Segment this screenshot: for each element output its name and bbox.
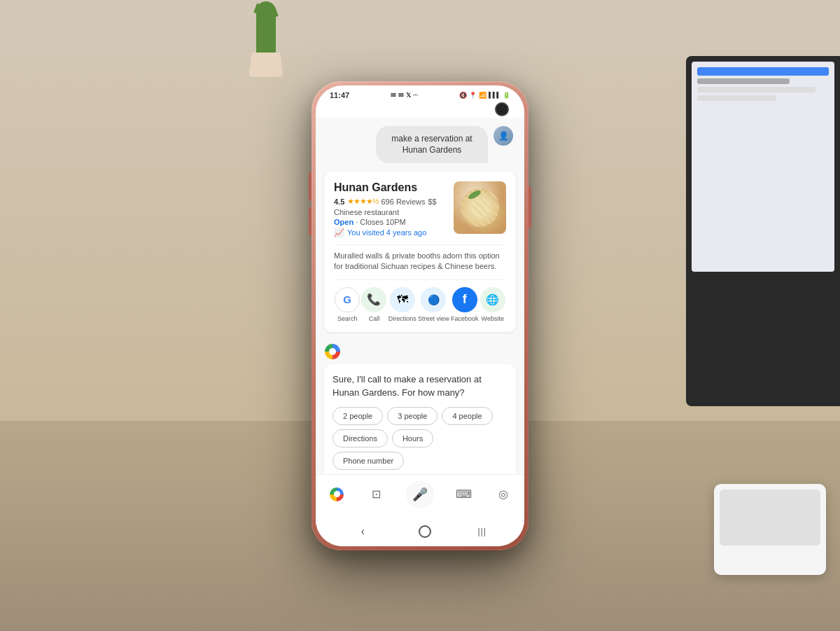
twitter-icon: 𝕏 — [406, 92, 411, 99]
assistant-section: Sure, I'll call to make a reservation at… — [316, 338, 524, 474]
recent-icon: ||| — [477, 527, 486, 536]
chip-3-people[interactable]: 3 people — [387, 407, 438, 425]
mute-icon: 🔇 — [459, 92, 467, 99]
business-description: Muralled walls & private booths adorn th… — [334, 244, 506, 272]
system-icons: 🔇 📍 📶 ▌▌▌ 🔋 — [459, 92, 510, 99]
website-icon: 🌐 — [480, 287, 505, 312]
phone: 11:47 ✉ ✉ 𝕏 ··· 🔇 📍 📶 ▌▌▌ 🔋 — [312, 81, 528, 550]
bottom-toolbar: ⊡ 🎤 ⌨ ◎ — [316, 474, 524, 520]
keyboard-button[interactable]: ⌨ — [454, 485, 474, 504]
user-avatar: 👤 — [493, 126, 513, 146]
location-icon: 📍 — [469, 92, 477, 99]
directions-icon: 🗺 — [390, 287, 415, 312]
front-camera — [495, 102, 509, 116]
call-action-label: Call — [369, 315, 380, 322]
cactus-decoration — [238, 0, 294, 77]
battery-icon: 🔋 — [503, 92, 510, 99]
chips-row-1: 2 people 3 people 4 people — [332, 407, 507, 425]
google-search-icon: G — [335, 287, 360, 312]
streetview-action-button[interactable]: 🔵 Street view — [418, 287, 449, 322]
closing-time: Closes 10PM — [360, 218, 405, 226]
screen-content[interactable]: make a reservation at Hunan Gardens 👤 Hu… — [316, 118, 524, 474]
assistant-icon[interactable] — [327, 485, 346, 504]
more-icon: ··· — [413, 92, 419, 99]
volume-up-button[interactable] — [309, 172, 312, 200]
recent-nav-button[interactable]: ||| — [477, 526, 488, 537]
facebook-action-button[interactable]: f Facebook — [451, 287, 479, 322]
call-icon: 📞 — [361, 287, 386, 312]
avatar-initial: 👤 — [498, 131, 509, 141]
camera-area — [316, 102, 524, 118]
camera-button[interactable]: ⊡ — [367, 485, 386, 504]
facebook-icon: f — [452, 287, 477, 312]
facebook-action-label: Facebook — [451, 315, 479, 322]
status-icons: ✉ ✉ 𝕏 ··· — [391, 92, 419, 99]
business-hours: Open · Closes 10PM — [334, 218, 454, 226]
directions-action-button[interactable]: 🗺 Directions — [388, 287, 416, 322]
rating-number: 4.5 — [334, 197, 344, 206]
search-action-button[interactable]: G Search — [335, 287, 360, 322]
navigation-bar: ‹ ||| — [316, 520, 524, 546]
review-count: 696 Reviews — [381, 197, 425, 206]
user-message-bubble: make a reservation at Hunan Gardens — [376, 126, 488, 164]
business-name: Hunan Gardens — [334, 181, 454, 194]
assistant-response-card: Sure, I'll call to make a reservation at… — [324, 364, 516, 474]
open-status: Open — [334, 218, 354, 226]
chip-directions[interactable]: Directions — [332, 429, 388, 448]
smart-display — [714, 484, 826, 575]
monitor — [686, 56, 840, 406]
email2-icon: ✉ — [398, 92, 404, 99]
website-action-label: Website — [482, 315, 504, 322]
visit-icon: 📈 — [334, 228, 344, 237]
microphone-button[interactable]: 🎤 — [406, 480, 434, 508]
back-nav-button[interactable]: ‹ — [352, 525, 373, 538]
signal-icon: ▌▌▌ — [489, 92, 500, 98]
star-rating: ★★★★½ — [347, 197, 378, 206]
business-header: Hunan Gardens 4.5 ★★★★½ 696 Reviews $$ C… — [334, 181, 506, 237]
volume-down-button[interactable] — [309, 207, 312, 235]
food-photo — [454, 181, 506, 234]
google-assistant-icon — [324, 343, 341, 360]
chip-hours[interactable]: Hours — [392, 429, 433, 448]
directions-action-label: Directions — [388, 315, 416, 322]
visited-row: 📈 You visited 4 years ago — [334, 228, 454, 237]
toolbar-icons: ⊡ 🎤 ⌨ ◎ — [327, 480, 513, 508]
power-button[interactable] — [528, 186, 531, 228]
business-type: Chinese restaurant — [334, 208, 454, 216]
call-action-button[interactable]: 📞 Call — [361, 287, 386, 322]
chip-4-people[interactable]: 4 people — [442, 407, 492, 425]
user-message-container: make a reservation at Hunan Gardens 👤 — [316, 118, 524, 169]
business-card: Hunan Gardens 4.5 ★★★★½ 696 Reviews $$ C… — [324, 172, 516, 332]
assistant-header — [324, 343, 516, 360]
streetview-action-label: Street view — [418, 315, 449, 322]
website-action-button[interactable]: 🌐 Website — [480, 287, 505, 322]
phone-screen: 11:47 ✉ ✉ 𝕏 ··· 🔇 📍 📶 ▌▌▌ 🔋 — [316, 85, 524, 546]
compass-button[interactable]: ◎ — [493, 485, 513, 504]
search-action-label: Search — [337, 315, 358, 322]
assistant-response-text: Sure, I'll call to make a reservation at… — [332, 373, 507, 400]
business-info: Hunan Gardens 4.5 ★★★★½ 696 Reviews $$ C… — [334, 181, 454, 237]
streetview-icon: 🔵 — [421, 287, 446, 312]
chip-phone-number[interactable]: Phone number — [332, 452, 404, 470]
status-bar: 11:47 ✉ ✉ 𝕏 ··· 🔇 📍 📶 ▌▌▌ 🔋 — [316, 85, 524, 102]
rating-row: 4.5 ★★★★½ 696 Reviews $$ — [334, 197, 454, 206]
home-nav-button[interactable] — [419, 525, 431, 538]
phone-body: 11:47 ✉ ✉ 𝕏 ··· 🔇 📍 📶 ▌▌▌ 🔋 — [312, 81, 528, 550]
action-buttons-row: G Search 📞 Call 🗺 — [334, 279, 506, 322]
chips-row-2: Directions Hours Phone number — [332, 429, 507, 470]
price-indicator: $$ — [428, 197, 436, 206]
status-time: 11:47 — [330, 91, 349, 99]
email-icon: ✉ — [391, 92, 396, 99]
wifi-icon: 📶 — [479, 92, 486, 99]
business-image[interactable] — [454, 181, 506, 234]
visited-text: You visited 4 years ago — [347, 228, 426, 237]
chip-2-people[interactable]: 2 people — [332, 407, 383, 425]
